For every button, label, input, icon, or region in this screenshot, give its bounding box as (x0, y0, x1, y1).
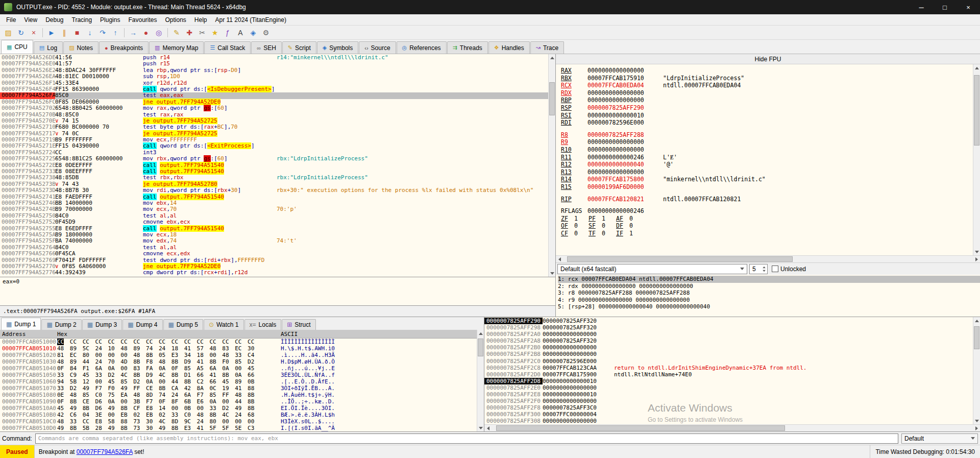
disasm-row[interactable]: 00007FF794A5273848:85DBtest rbx,rbxrbx:"… (0, 175, 548, 181)
disasm-address[interactable]: 00007FF794A5273D (0, 187, 55, 194)
disasm-bytes[interactable]: 44:392439 (55, 270, 143, 276)
disasm-row[interactable]: 00007FF794A526DE41:56push r14r14:"minker… (0, 55, 548, 61)
tab-dump-1[interactable]: ▦Dump 1 (1, 318, 41, 330)
dump-row[interactable]: 00007FFCAB0510400F 84 F1 6A 0A 00 83 FA … (0, 365, 477, 372)
dump-address[interactable]: 00007FFCAB051070 (0, 385, 57, 392)
disasm-row[interactable]: 00007FF794A5277644:392439cmp dword ptr d… (0, 270, 548, 276)
stack-address[interactable]: 0000007825AFF2A0 (484, 331, 543, 338)
register-value[interactable]: 0000000000000000 (587, 97, 656, 104)
stack-address[interactable]: 0000007825AFF2B0 (484, 344, 543, 351)
disasm-address[interactable]: 00007FF794A5275F (0, 238, 55, 244)
register-value[interactable]: 00000199AF6D0000 (587, 183, 656, 190)
scroll-down-icon[interactable] (549, 270, 556, 277)
stack-row[interactable]: 0000007825AFF2F00000000000000000 (484, 398, 973, 404)
stack-value[interactable]: 0000000000000010 (543, 391, 614, 398)
flag-df[interactable]: DF (616, 222, 629, 229)
dump-hex-bytes[interactable]: CC CC CC CC CC CC CC CC CC CC CC CC CC C… (57, 339, 281, 345)
register-value[interactable]: 00007FFCAB175910 (587, 75, 656, 82)
register-row-rbx[interactable]: RBX00007FFCAB175910"LdrpInitializeProces… (561, 75, 973, 82)
dump-hex-bytes[interactable]: 48 89 5C 24 10 48 89 74 24 18 41 57 48 8… (57, 345, 281, 352)
scroll-up-icon[interactable] (477, 330, 484, 337)
dump-address[interactable]: 00007FFCAB0510B0 (0, 412, 57, 418)
goto-icon[interactable]: → (127, 27, 139, 39)
register-row-rbp[interactable]: RBP0000000000000000 (561, 97, 973, 104)
favourites-icon[interactable]: ★ (209, 27, 221, 39)
argument-row[interactable]: 5: [rsp+28] 0000000000000040 00000000000… (558, 303, 980, 310)
stack-row[interactable]: 0000007825AFF2B80000000000000000 (484, 351, 973, 357)
stack-address[interactable]: 0000007825AFF298 (484, 324, 543, 331)
stack-value[interactable]: 0000000000000000 (543, 398, 614, 404)
run-icon[interactable]: ► (45, 27, 58, 39)
disasm-bytes[interactable]: FF15 04390000 (55, 143, 143, 149)
dump-hex-bytes[interactable]: 94 5B 12 00 45 85 D2 0A 00 44 8B C2 66 4… (57, 378, 281, 385)
dump-hex-bytes[interactable]: 49 8B 5B 28 49 8B 73 30 49 8B E3 41 5F 5… (57, 425, 281, 431)
tab-memory-map[interactable]: ▥Memory Map (149, 41, 204, 54)
stack-value[interactable]: 0000007825AFF320 (543, 324, 614, 331)
disasm-address[interactable]: 00007FF794A526EA (0, 74, 55, 80)
disasm-row[interactable]: 00007FF794A527026548:8B0425 60000000mov … (0, 105, 548, 111)
disasm-instruction[interactable]: call qword ptr ds:[<ExitProcess>] (143, 143, 277, 149)
spinner-arrows-icon[interactable] (762, 266, 766, 272)
tab-dump-5[interactable]: ▦Dump 5 (163, 319, 203, 330)
maximize-icon[interactable]: □ (933, 0, 957, 14)
dump-ascii[interactable]: ..ñj...ú...¥j..E (281, 365, 477, 372)
disasm-row[interactable]: 00007FF794A5271EFF15 04390000call qword … (0, 143, 548, 149)
tab-handles[interactable]: ❖Handles (488, 41, 530, 54)
dump-address[interactable]: 00007FFCAB051050 (0, 372, 57, 378)
disasm-bytes[interactable]: BA 74000000 (55, 238, 143, 244)
flag-pf[interactable]: PF (589, 215, 602, 222)
stack-scroll-thumb[interactable] (974, 326, 979, 350)
stack-address[interactable]: 0000007825AFF300 (484, 411, 543, 418)
disasm-address[interactable]: 00007FF794A526FA (0, 92, 55, 99)
menu-options[interactable]: Options (161, 15, 190, 25)
disasm-instruction[interactable]: test byte ptr ds:[rax+BC],70 (143, 124, 277, 130)
dump-ascii[interactable]: H.\$.H.t$.AWH.ì0 (281, 345, 477, 352)
dump-hex-bytes[interactable]: 45 49 8B D6 49 8B CF E8 14 00 0B 00 33 D… (57, 405, 281, 412)
patch-icon[interactable]: ✚ (183, 27, 195, 39)
dump-row[interactable]: 00007FFCAB05101048 89 5C 24 10 48 89 74 … (0, 345, 477, 352)
stack-row[interactable]: 0000007825AFF30000007FFC00000004 (484, 411, 973, 418)
dump-row[interactable]: 00007FFCAB0510900F 8B CE D6 0A 00 3B F7 … (0, 398, 477, 405)
stack-address[interactable]: 0000007825AFF2E0 (484, 384, 543, 391)
flag-af[interactable]: AF (616, 215, 629, 222)
stack-value[interactable]: 0000000000000000 (543, 351, 614, 357)
dump-ascii[interactable]: BÆ.>.ë.ë.3ÀH.L$h (281, 412, 477, 418)
disasm-instruction[interactable]: cmp dword ptr ds:[rcx+rdi],r12d (143, 270, 277, 276)
case-convert-icon[interactable]: A (234, 27, 247, 39)
stack-hscroll-track[interactable] (492, 425, 973, 431)
step-over-icon[interactable]: ↷ (96, 27, 109, 39)
dump-row[interactable]: 00007FFCAB0510A045 49 8B D6 49 8B CF E8 … (0, 405, 477, 412)
menu-help[interactable]: Help (190, 15, 211, 25)
pause-icon[interactable]: ∥ (58, 27, 70, 39)
tab-references[interactable]: ◎References (397, 41, 447, 54)
menu-file[interactable]: File (2, 15, 20, 25)
registers-scroll-thumb[interactable] (974, 75, 979, 146)
scroll-up-icon[interactable] (549, 54, 556, 61)
register-row-rflags[interactable]: RFLAGS0000000000000246 (561, 207, 973, 215)
disasm-bytes[interactable]: 48:81EC D0010000 (55, 74, 143, 80)
register-value[interactable]: 0000000000000246 (587, 154, 656, 161)
disasm-row[interactable]: 00007FF794A5270B48:85C0test rax,rax (0, 112, 548, 118)
step-out-icon[interactable]: ↑ (109, 27, 121, 39)
dump-ascii[interactable]: ÌÌÌÌÌÌÌÌÌÌÌÌÌÌÌÌ (281, 339, 477, 345)
calling-convention-select[interactable]: Default (x64 fastcall) (557, 264, 747, 274)
scroll-right-icon[interactable] (973, 256, 980, 263)
tab-dump-3[interactable]: ▦Dump 3 (82, 319, 122, 330)
references-icon[interactable]: ◈ (247, 27, 259, 39)
register-value[interactable]: 0000000000000000 (587, 89, 656, 97)
disasm-bytes[interactable]: 6548:8B0425 60000000 (55, 105, 143, 111)
tab-threads[interactable]: ⇉Threads (447, 41, 488, 54)
dump-ascii[interactable]: .ì....H..ã4..H3Ä (281, 352, 477, 358)
dump-address[interactable]: 00007FFCAB051080 (0, 392, 57, 398)
disasm-address[interactable]: 00007FF794A52766 (0, 251, 55, 257)
tab-notes[interactable]: ▨Notes (63, 41, 99, 54)
command-profile-select[interactable]: Default (901, 433, 978, 444)
dump-address[interactable]: 00007FFCAB051040 (0, 365, 57, 372)
register-value[interactable]: 0000000000000000 (587, 146, 656, 153)
register-row-r10[interactable]: R100000000000000000 (561, 146, 973, 154)
arguments-view[interactable]: 1: rcx 00007FFCAB0EDA04 ntdll.00007FFCAB… (556, 275, 980, 317)
stack-row[interactable]: 0000007825AFF3080000000000000000 (484, 418, 973, 424)
stack-row[interactable]: 0000007825AFF2E80000000000000010 (484, 391, 973, 398)
argument-row[interactable]: 3: r8 0000007825AFF288 0000007825AFF288 (558, 290, 980, 297)
register-value[interactable]: 00007FFCAB0EDA04 (587, 82, 656, 89)
